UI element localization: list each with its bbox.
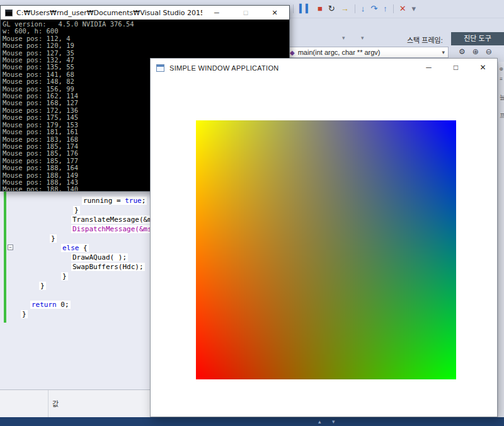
restart-icon[interactable]: ↻	[328, 3, 335, 15]
step-out-icon[interactable]: ↑	[383, 3, 387, 15]
method-icon: ◆	[290, 49, 295, 56]
code-line[interactable]: running = true;	[82, 197, 147, 205]
zoom-in-icon[interactable]: ⊕	[472, 47, 479, 56]
statusbar-up-icon[interactable]: ▴	[318, 418, 321, 425]
console-close-button[interactable]: ✕	[260, 6, 289, 20]
chevron-down-icon: ▾	[442, 49, 445, 55]
menu-icon[interactable]: ≡	[498, 76, 504, 82]
toolbar-options-caret[interactable]: ▾	[412, 3, 416, 15]
status-bar: ▴ ▾	[0, 417, 504, 426]
zoom-out-icon[interactable]: ⊖	[486, 47, 492, 56]
thread-dropdown-caret[interactable]: ▾	[361, 35, 364, 41]
toolbar-separator	[293, 4, 294, 13]
tab-diagnostic-tools[interactable]: 진단 도구	[451, 32, 504, 45]
console-minimize-button[interactable]: ─	[202, 6, 231, 20]
code-line[interactable]: }	[73, 206, 80, 214]
watch-panel: 값	[0, 389, 150, 418]
app-maximize-button[interactable]: □	[442, 59, 469, 77]
code-line[interactable]: }	[39, 282, 46, 290]
stop-debugging-icon[interactable]: ■	[318, 3, 323, 15]
clear-breakpoints-icon[interactable]: ✕	[399, 3, 406, 15]
app-title: SIMPLE WINDOW APPLICATION	[169, 64, 279, 72]
app-caption-buttons: ─ □ ✕	[415, 59, 496, 77]
debug-toolbar-icons: ▍▍■↻→↓↷↑✕▾	[293, 3, 416, 15]
step-over-icon[interactable]: ↷	[370, 3, 377, 15]
code-line[interactable]: }	[50, 234, 57, 243]
step-into-icon[interactable]: ↓	[361, 3, 365, 15]
code-line[interactable]: DispatchMessage(&msg)	[71, 225, 161, 233]
app-titlebar[interactable]: SIMPLE WINDOW APPLICATION ─ □ ✕	[151, 59, 497, 78]
code-editor[interactable]: − running = true;}TranslateMessage(&msgD…	[0, 192, 151, 389]
console-icon	[5, 9, 13, 16]
show-next-statement-icon[interactable]: →	[341, 3, 349, 15]
code-line[interactable]: DrawAQuad( );	[71, 253, 128, 262]
code-line[interactable]: SwapBuffers(Hdc);	[71, 263, 145, 271]
right-panel-strip: ⊕ ≡ 늘 프	[498, 62, 504, 417]
code-line[interactable]: else {	[61, 244, 89, 252]
pause-icon[interactable]: ▍▍	[299, 3, 312, 15]
statusbar-down-icon[interactable]: ▾	[332, 418, 335, 425]
change-tracking-bar	[4, 192, 6, 323]
fold-collapse-marker[interactable]: −	[8, 245, 13, 250]
gl-gradient-quad[interactable]	[196, 120, 456, 379]
app-icon	[156, 64, 164, 72]
opengl-app-window: SIMPLE WINDOW APPLICATION ─ □ ✕	[150, 58, 498, 417]
zoom-icon[interactable]: ⊕	[498, 66, 504, 72]
side-tab-label[interactable]: 늘	[498, 95, 504, 100]
toolbar-separator	[393, 4, 394, 13]
current-function-name: main(int argc, char ** argv)	[298, 49, 442, 56]
process-dropdown-caret[interactable]: ▾	[342, 35, 345, 41]
app-minimize-button[interactable]: ─	[415, 59, 442, 77]
diagnostic-panel-toolbar: ⚙ ⊕ ⊖	[459, 47, 492, 56]
function-dropdown[interactable]: ◆ main(int argc, char ** argv) ▾	[287, 47, 449, 58]
column-divider	[48, 390, 49, 418]
code-line[interactable]: }	[21, 310, 28, 318]
console-title: C:₩Users₩rnd_user₩Documents₩Visual Studi…	[16, 9, 202, 17]
vs-ide-window: ▍▍■↻→↓↷↑✕▾ ▾ ▾ 스택 프레임: 진단 도구 ◆ main(int …	[0, 0, 504, 426]
console-titlebar[interactable]: C:₩Users₩rnd_user₩Documents₩Visual Studi…	[1, 6, 289, 20]
console-maximize-button[interactable]: □	[231, 6, 260, 20]
stack-frame-label: 스택 프레임:	[407, 35, 443, 45]
code-line[interactable]: TranslateMessage(&msg	[71, 216, 161, 224]
toolbar-separator	[355, 4, 355, 13]
app-close-button[interactable]: ✕	[469, 59, 496, 77]
side-tab-label[interactable]: 프	[498, 113, 504, 118]
value-column-header: 값	[52, 398, 59, 408]
code-line[interactable]: }	[61, 272, 68, 280]
gear-icon[interactable]: ⚙	[459, 47, 466, 56]
code-line[interactable]: return 0;	[30, 301, 71, 309]
